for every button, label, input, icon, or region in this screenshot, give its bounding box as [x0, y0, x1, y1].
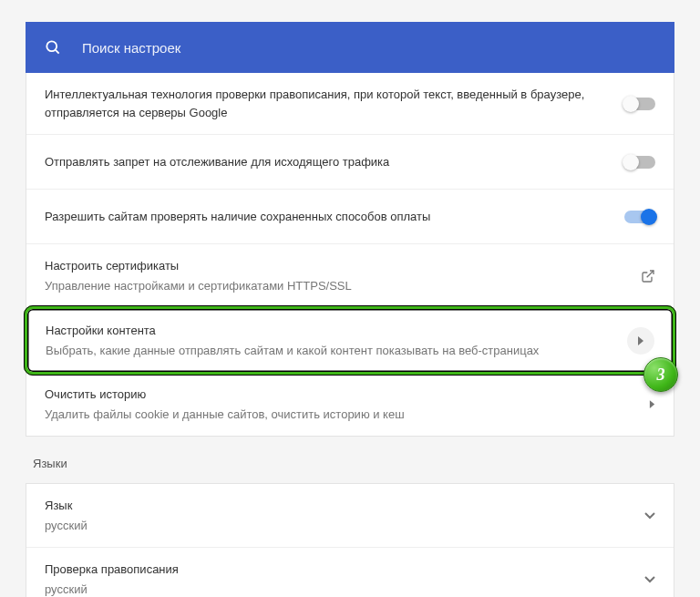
search-icon [44, 38, 62, 57]
row-dnt[interactable]: Отправлять запрет на отслеживание для ис… [26, 135, 674, 190]
row-title: Разрешить сайтам проверять наличие сохра… [45, 208, 613, 226]
languages-card: Язык русский Проверка правописания русск… [26, 483, 674, 597]
row-title: Проверка правописания [45, 561, 633, 579]
toggle-payment[interactable] [624, 211, 655, 223]
row-desc: Управление настройками и сертификатами H… [45, 277, 630, 295]
chevron-right-icon [627, 327, 654, 355]
languages-section-title: Языки [26, 437, 674, 483]
search-input[interactable] [82, 40, 656, 56]
row-spellcheck-lang[interactable]: Проверка правописания русский [26, 548, 674, 597]
svg-point-0 [46, 41, 57, 51]
row-spellcheck[interactable]: Интеллектуальная технология проверки пра… [26, 73, 674, 135]
row-clear-history[interactable]: Очистить историю Удалить файлы cookie и … [26, 373, 674, 436]
chevron-down-icon [644, 576, 655, 583]
external-link-icon [641, 269, 655, 283]
toggle-spellcheck[interactable] [624, 98, 655, 110]
row-title: Отправлять запрет на отслеживание для ис… [45, 153, 613, 171]
row-payment[interactable]: Разрешить сайтам проверять наличие сохра… [26, 190, 674, 244]
row-value: русский [45, 581, 633, 598]
privacy-card: Интеллектуальная технология проверки пра… [26, 73, 674, 437]
row-title: Язык [45, 497, 633, 515]
row-desc: Удалить файлы cookie и данные сайтов, оч… [45, 406, 638, 424]
row-language[interactable]: Язык русский [26, 484, 674, 548]
row-certificates[interactable]: Настроить сертификаты Управление настрой… [26, 244, 674, 308]
row-title: Настроить сертификаты [45, 257, 630, 275]
annotation-badge: 3 [643, 357, 678, 392]
chevron-down-icon [644, 512, 655, 520]
row-title: Интеллектуальная технология проверки пра… [45, 86, 613, 121]
row-title: Настройки контента [46, 322, 616, 340]
svg-line-1 [56, 50, 59, 54]
row-content-settings[interactable]: Настройки контента Выбрать, какие данные… [24, 305, 676, 376]
search-bar[interactable] [26, 22, 674, 73]
annotation-number: 3 [657, 365, 665, 385]
row-title: Очистить историю [45, 386, 638, 404]
row-desc: Выбрать, какие данные отправлять сайтам … [46, 342, 616, 360]
chevron-right-icon [649, 400, 655, 408]
toggle-dnt[interactable] [624, 156, 655, 169]
row-value: русский [45, 517, 633, 535]
